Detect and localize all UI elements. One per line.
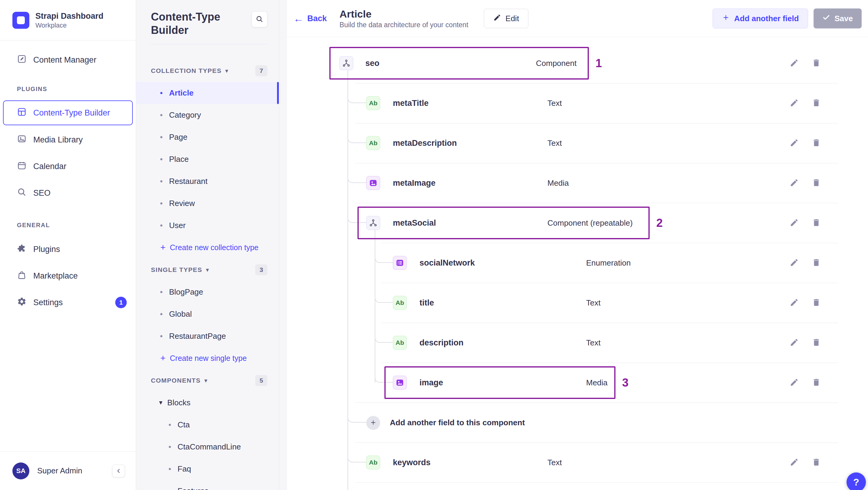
- edit-field-button[interactable]: [787, 57, 801, 70]
- annotation-number: 2: [656, 217, 663, 229]
- sidebar-item-calendar[interactable]: Calendar: [0, 153, 136, 180]
- content-manager-icon: [17, 54, 27, 66]
- collection-type-item[interactable]: Article: [136, 82, 279, 104]
- component-field-icon: [339, 56, 353, 70]
- single-type-item[interactable]: Global: [136, 303, 279, 325]
- add-another-field-button[interactable]: Add another field: [713, 8, 808, 28]
- trash-icon: [812, 458, 821, 468]
- tree-elbow: [347, 123, 366, 143]
- collection-type-item[interactable]: Restaurant: [136, 170, 279, 192]
- search-button[interactable]: [252, 11, 267, 27]
- tree-elbow: [347, 403, 366, 423]
- sidebar-item-media-library[interactable]: Media Library: [0, 126, 136, 153]
- text-field-icon: Ab: [366, 96, 380, 110]
- component-item[interactable]: Faq: [136, 458, 279, 480]
- component-item[interactable]: CtaCommandLine: [136, 436, 279, 458]
- media-field-icon: [393, 376, 407, 390]
- bullet-icon: [160, 158, 162, 160]
- sidebar-item-marketplace[interactable]: Marketplace: [0, 263, 136, 289]
- bullet-icon: [160, 202, 162, 205]
- field-name: metaTitle: [393, 99, 429, 108]
- add-field-circle-button[interactable]: [366, 416, 380, 430]
- main-content: ← Back Article Build the data architectu…: [279, 0, 868, 490]
- delete-field-button[interactable]: [810, 456, 823, 469]
- components-header[interactable]: COMPONENTS ▾ 5: [136, 369, 279, 392]
- pencil-icon: [790, 378, 799, 388]
- strapi-logo-icon: [12, 12, 29, 29]
- sidebar-item-content-type-builder[interactable]: Content-Type Builder: [3, 100, 133, 125]
- row-separator: [355, 123, 838, 123]
- chevron-down-icon: ▾: [225, 67, 228, 74]
- create-single-type-link[interactable]: + Create new single type: [136, 347, 279, 369]
- trash-icon: [812, 178, 821, 188]
- count-badge: 5: [255, 375, 267, 386]
- single-types-header[interactable]: SINGLE TYPES ▾ 3: [136, 258, 279, 281]
- component-item[interactable]: Cta: [136, 414, 279, 436]
- delete-field-button[interactable]: [810, 136, 823, 150]
- sidebar-item-content-manager[interactable]: Content Manager: [0, 47, 136, 73]
- trash-icon: [812, 298, 821, 308]
- back-button[interactable]: ← Back: [293, 13, 327, 24]
- item-label: RestaurantPage: [169, 332, 226, 341]
- edit-field-button[interactable]: [787, 96, 801, 110]
- row-separator: [355, 442, 838, 443]
- settings-notification-badge: 1: [115, 297, 127, 308]
- search-icon: [17, 187, 27, 199]
- collection-type-item[interactable]: Category: [136, 104, 279, 126]
- collection-type-item[interactable]: Page: [136, 126, 279, 148]
- edit-button[interactable]: Edit: [484, 9, 528, 28]
- field-type: Component (repeatable): [548, 218, 633, 228]
- save-button[interactable]: Save: [813, 8, 862, 28]
- count-badge: 3: [255, 264, 267, 275]
- edit-field-button[interactable]: [787, 376, 801, 389]
- help-button[interactable]: ?: [846, 472, 866, 490]
- edit-field-button[interactable]: [787, 176, 801, 190]
- save-label: Save: [834, 14, 853, 23]
- main-sidebar: Strapi Dashboard Workplace Content Manag…: [0, 0, 136, 490]
- add-field-to-component-row[interactable]: Add another field to this component: [287, 403, 868, 442]
- create-label: Create new collection type: [170, 243, 258, 252]
- delete-field-button[interactable]: [810, 176, 823, 190]
- row-separator: [381, 283, 838, 283]
- single-type-item[interactable]: BlogPage: [136, 281, 279, 303]
- tree-elbow: [347, 163, 366, 183]
- bullet-icon: [160, 335, 162, 337]
- gear-icon: [17, 297, 27, 308]
- tree-elbow: [375, 243, 393, 263]
- delete-field-button[interactable]: [810, 256, 823, 270]
- delete-field-button[interactable]: [810, 376, 823, 389]
- edit-field-button[interactable]: [787, 136, 801, 150]
- sidebar-item-seo[interactable]: SEO: [0, 180, 136, 206]
- edit-field-button[interactable]: [787, 336, 801, 349]
- sidebar-item-settings[interactable]: Settings 1: [0, 289, 136, 316]
- sidebar-item-plugins[interactable]: Plugins: [0, 236, 136, 263]
- item-label: Page: [169, 132, 187, 142]
- delete-field-button[interactable]: [810, 336, 823, 349]
- delete-field-button[interactable]: [810, 296, 823, 309]
- component-item[interactable]: Features: [136, 480, 279, 490]
- trash-icon: [812, 378, 821, 388]
- sidebar-item-label: Plugins: [33, 245, 60, 254]
- workspace-brand: Strapi Dashboard Workplace: [0, 0, 136, 40]
- collection-types-header[interactable]: COLLECTION TYPES ▾ 7: [136, 60, 279, 82]
- section-label: SINGLE TYPES: [151, 266, 202, 273]
- user-name: Super Admin: [37, 466, 82, 476]
- delete-field-button[interactable]: [810, 57, 823, 70]
- item-label: Features: [178, 486, 209, 490]
- edit-field-button[interactable]: [787, 256, 801, 270]
- edit-field-button[interactable]: [787, 456, 801, 469]
- create-collection-type-link[interactable]: + Create new collection type: [136, 237, 279, 258]
- text-field-icon: Ab: [393, 296, 407, 310]
- delete-field-button[interactable]: [810, 216, 823, 229]
- field-row-metaSocial: metaSocialComponent (repeatable)2: [287, 203, 868, 243]
- collection-type-item[interactable]: Review: [136, 192, 279, 214]
- components-category-blocks[interactable]: ▾ Blocks: [136, 392, 279, 414]
- edit-field-button[interactable]: [787, 296, 801, 309]
- collapse-sidebar-button[interactable]: ‹: [112, 465, 125, 477]
- collection-type-item[interactable]: Place: [136, 148, 279, 170]
- edit-field-button[interactable]: [787, 216, 801, 229]
- single-type-item[interactable]: RestaurantPage: [136, 325, 279, 347]
- sidebar-item-label: Content-Type Builder: [33, 108, 110, 118]
- delete-field-button[interactable]: [810, 96, 823, 110]
- collection-type-item[interactable]: User: [136, 214, 279, 237]
